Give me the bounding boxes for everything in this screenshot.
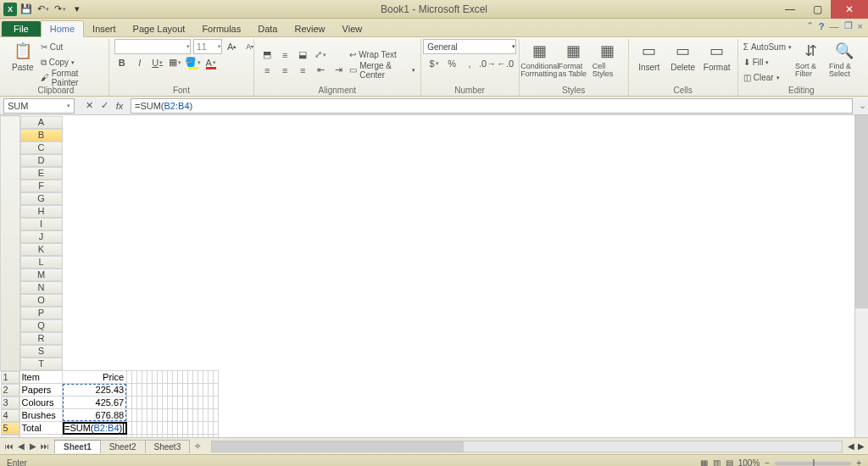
sheet-nav-next-icon[interactable]: ▶: [27, 441, 39, 451]
cell-B4[interactable]: 676.88: [63, 409, 127, 422]
col-header-D[interactable]: D: [20, 154, 63, 167]
cell-styles-button[interactable]: ▦Cell Styles: [593, 41, 623, 85]
col-header-M[interactable]: M: [20, 269, 63, 281]
indent-decrease-button[interactable]: ⇤: [313, 63, 328, 78]
decrease-decimal-button[interactable]: ←.0: [498, 56, 513, 71]
format-as-table-button[interactable]: ▦Format as Table: [559, 41, 589, 85]
bold-button[interactable]: B: [114, 55, 130, 70]
cell-T1[interactable]: [214, 370, 219, 384]
tab-formulas[interactable]: Formulas: [193, 21, 249, 36]
cell-A2[interactable]: Papers: [19, 384, 63, 397]
cell-B6[interactable]: [63, 435, 127, 438]
cell-T2[interactable]: [214, 384, 219, 397]
tab-home[interactable]: Home: [41, 20, 84, 37]
sheet-nav-first-icon[interactable]: ⏮: [3, 441, 15, 451]
view-layout-icon[interactable]: ▥: [713, 458, 721, 466]
minimize-ribbon-icon[interactable]: ⌃: [806, 20, 814, 31]
cell-B1[interactable]: Price: [63, 370, 127, 384]
sheet-tab-1[interactable]: Sheet1: [54, 440, 101, 453]
horizontal-scrollbar[interactable]: [211, 441, 843, 452]
cut-button[interactable]: ✂Cut: [41, 40, 103, 54]
expand-formula-bar-icon[interactable]: ⌄: [856, 100, 868, 111]
scroll-left-icon[interactable]: ◀: [848, 441, 854, 451]
cell-A6[interactable]: [19, 435, 63, 438]
indent-increase-button[interactable]: ⇥: [331, 63, 346, 78]
clear-button[interactable]: ◫Clear▾: [743, 70, 792, 85]
col-header-A[interactable]: A: [20, 116, 63, 129]
horizontal-scroll-thumb[interactable]: [212, 441, 464, 452]
row-header-4[interactable]: 4: [1, 409, 19, 422]
align-center-button[interactable]: ≡: [277, 63, 292, 78]
format-cells-button[interactable]: ▭Format: [702, 41, 732, 85]
mdi-close-icon[interactable]: ×: [858, 21, 863, 31]
font-size-select[interactable]: 11▾: [193, 39, 222, 54]
select-all-corner[interactable]: [1, 116, 20, 371]
col-header-E[interactable]: E: [20, 167, 63, 180]
sort-filter-button[interactable]: ⇵Sort & Filter: [795, 41, 826, 85]
col-header-J[interactable]: J: [20, 230, 63, 243]
insert-cells-button[interactable]: ▭Insert: [634, 41, 665, 85]
col-header-R[interactable]: R: [20, 332, 63, 345]
cell-T4[interactable]: [214, 409, 219, 422]
scroll-right-icon[interactable]: ▶: [854, 441, 868, 451]
zoom-out-icon[interactable]: −: [765, 458, 770, 466]
row-header-3[interactable]: 3: [1, 397, 19, 409]
vertical-scrollbar[interactable]: [854, 115, 868, 437]
align-top-button[interactable]: ⬒: [259, 47, 275, 63]
cell-B3[interactable]: 425.67: [63, 397, 127, 409]
row-header-5[interactable]: 5: [1, 422, 19, 435]
maximize-button[interactable]: ▢: [804, 0, 831, 19]
save-icon[interactable]: 💾: [19, 2, 34, 17]
enter-formula-icon[interactable]: ✓: [97, 100, 112, 111]
paste-button[interactable]: 📋 Paste: [8, 41, 37, 85]
col-header-I[interactable]: I: [20, 218, 63, 230]
find-select-button[interactable]: 🔍Find & Select: [829, 41, 860, 85]
italic-button[interactable]: I: [132, 55, 147, 70]
align-right-button[interactable]: ≡: [295, 63, 310, 78]
cell-T5[interactable]: [214, 422, 219, 435]
col-header-T[interactable]: T: [20, 358, 63, 370]
comma-format-button[interactable]: ,: [462, 56, 477, 71]
view-normal-icon[interactable]: ▦: [700, 458, 708, 466]
fill-color-button[interactable]: 🪣: [186, 55, 201, 70]
col-header-O[interactable]: O: [20, 294, 63, 307]
align-middle-button[interactable]: ≡: [277, 47, 292, 63]
zoom-slider[interactable]: [775, 462, 851, 465]
grid[interactable]: ABCDEFGHIJKLMNOPQRST1ItemPrice2Papers225…: [0, 115, 219, 437]
conditional-formatting-button[interactable]: ▦Conditional Formatting: [525, 41, 555, 85]
mdi-min-icon[interactable]: —: [830, 21, 839, 31]
cell-A1[interactable]: Item: [19, 370, 63, 384]
name-box[interactable]: SUM▾: [3, 98, 75, 114]
tab-insert[interactable]: Insert: [84, 21, 125, 36]
col-header-S[interactable]: S: [20, 345, 63, 358]
cell-T3[interactable]: [214, 397, 219, 409]
align-bottom-button[interactable]: ⬓: [295, 47, 310, 63]
file-tab[interactable]: File: [2, 21, 41, 36]
autosum-button[interactable]: ΣAutoSum▾: [743, 40, 792, 54]
col-header-Q[interactable]: Q: [20, 319, 63, 332]
col-header-N[interactable]: N: [20, 281, 63, 294]
tab-review[interactable]: Review: [286, 21, 333, 36]
cell-B5[interactable]: =SUM(B2:B4): [63, 422, 127, 435]
view-pagebreak-icon[interactable]: ▤: [726, 458, 733, 466]
col-header-P[interactable]: P: [20, 307, 63, 319]
qat-customize-icon[interactable]: ▾: [70, 2, 85, 17]
percent-format-button[interactable]: %: [444, 56, 459, 71]
fill-button[interactable]: ⬇Fill▾: [743, 55, 792, 69]
copy-button[interactable]: ⧉Copy▾: [41, 55, 103, 69]
zoom-in-icon[interactable]: +: [856, 458, 861, 466]
tab-data[interactable]: Data: [249, 21, 286, 36]
font-family-select[interactable]: ▾: [114, 39, 191, 54]
delete-cells-button[interactable]: ▭Delete: [668, 41, 698, 85]
row-header-1[interactable]: 1: [1, 371, 19, 384]
cell-A4[interactable]: Brushes: [19, 409, 63, 422]
sheet-tab-2[interactable]: Sheet2: [100, 440, 146, 453]
formula-input[interactable]: =SUM(B2:B4): [131, 98, 853, 114]
col-header-F[interactable]: F: [20, 180, 63, 192]
increase-decimal-button[interactable]: .0→: [480, 56, 495, 71]
cell-A5[interactable]: Total: [19, 422, 63, 435]
row-header-2[interactable]: 2: [1, 384, 19, 397]
tab-page-layout[interactable]: Page Layout: [125, 21, 194, 36]
col-header-K[interactable]: K: [20, 243, 63, 256]
mdi-restore-icon[interactable]: ❐: [844, 20, 853, 31]
